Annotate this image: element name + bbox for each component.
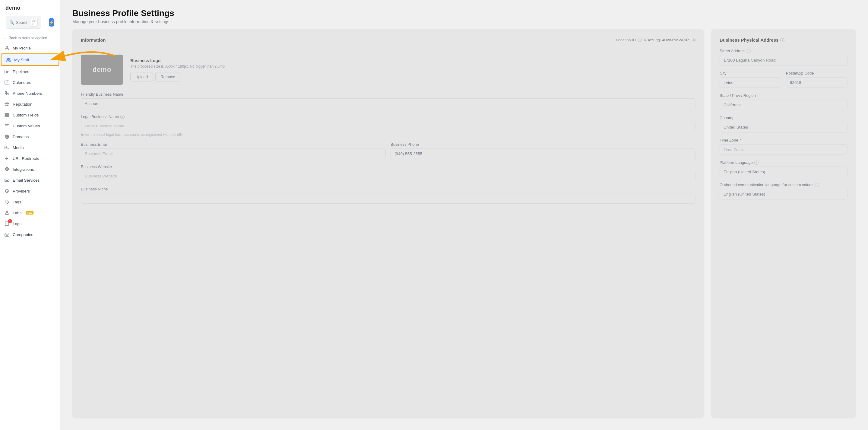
city-input[interactable] bbox=[720, 77, 781, 88]
state-input[interactable] bbox=[720, 99, 847, 110]
overlay bbox=[72, 29, 704, 418]
tag-icon bbox=[4, 199, 10, 205]
country-input[interactable] bbox=[720, 122, 847, 133]
info-section-title: Information bbox=[81, 37, 106, 42]
star-icon bbox=[4, 102, 10, 107]
info-icon-address[interactable]: i bbox=[780, 38, 784, 42]
sidebar-item-labs[interactable]: Labs new bbox=[0, 207, 60, 218]
legal-name-input[interactable] bbox=[81, 121, 695, 131]
zip-input[interactable] bbox=[786, 77, 847, 88]
people-icon bbox=[6, 57, 11, 62]
sidebar-item-my-profile[interactable]: My Profile bbox=[0, 42, 60, 53]
city-group: City bbox=[720, 71, 781, 88]
info-icon-legal[interactable]: i bbox=[120, 115, 125, 119]
redirect-icon bbox=[4, 156, 10, 161]
language-label: Platform Language i bbox=[720, 160, 847, 165]
sidebar-label-url-redirects: URL Redirects bbox=[13, 156, 39, 161]
app-logo: demo bbox=[0, 0, 60, 15]
niche-label: Business Niche bbox=[81, 187, 695, 191]
sidebar-item-custom-fields[interactable]: Custom Fields bbox=[0, 110, 60, 120]
upload-button[interactable]: Upload bbox=[130, 72, 153, 82]
sidebar-item-media[interactable]: Media bbox=[0, 142, 60, 153]
friendly-name-label: Friendly Business Name bbox=[81, 92, 695, 96]
niche-input[interactable] bbox=[81, 193, 695, 204]
website-group: Business Website bbox=[81, 165, 695, 181]
timezone-input[interactable] bbox=[720, 144, 847, 155]
friendly-name-input[interactable] bbox=[81, 98, 695, 109]
zip-label: Postal/Zip Code bbox=[786, 71, 847, 76]
svg-point-2 bbox=[9, 58, 10, 59]
phone-label: Business Phone bbox=[391, 142, 695, 147]
logo-section: demo Business Logo The proposed size is … bbox=[81, 55, 695, 85]
logo-info: Business Logo The proposed size is 350px… bbox=[130, 58, 225, 82]
puzzle-icon bbox=[4, 167, 10, 172]
sidebar-label-domains: Domains bbox=[13, 135, 29, 139]
company-icon bbox=[4, 232, 10, 237]
sidebar-item-custom-values[interactable]: Custom Values bbox=[0, 120, 60, 131]
email-input[interactable] bbox=[81, 148, 386, 159]
street-group: Street Address i bbox=[720, 49, 847, 65]
sidebar-label-my-profile: My Profile bbox=[13, 46, 31, 50]
email-label: Business Email bbox=[81, 142, 386, 147]
sidebar-label-pipelines: Pipelines bbox=[13, 69, 29, 74]
sidebar-item-domains[interactable]: Domains bbox=[0, 131, 60, 142]
sidebar-item-pipelines[interactable]: Pipelines bbox=[0, 66, 60, 77]
logo-preview: demo bbox=[81, 55, 123, 85]
outbound-language-group: Outbound communication language for cust… bbox=[720, 182, 847, 199]
sidebar-item-calendars[interactable]: Calendars bbox=[0, 77, 60, 88]
sidebar-item-tags[interactable]: Tags bbox=[0, 196, 60, 207]
svg-rect-13 bbox=[5, 179, 9, 182]
svg-point-12 bbox=[6, 147, 7, 148]
svg-point-0 bbox=[6, 46, 8, 48]
sidebar-item-email-services[interactable]: Email Services bbox=[0, 175, 60, 185]
svg-rect-7 bbox=[5, 113, 9, 114]
sidebar-item-reputation[interactable]: Reputation bbox=[0, 99, 60, 110]
svg-point-15 bbox=[6, 201, 6, 201]
provider-icon bbox=[4, 188, 10, 194]
email-icon bbox=[4, 177, 10, 183]
outbound-language-input[interactable] bbox=[720, 189, 847, 199]
labs-new-badge: new bbox=[26, 211, 33, 214]
sidebar-item-logs[interactable]: 1 Logs bbox=[0, 218, 60, 229]
image-icon bbox=[4, 145, 10, 150]
remove-button[interactable]: Remove bbox=[155, 72, 180, 82]
sidebar-item-phone-numbers[interactable]: Phone Numbers bbox=[0, 88, 60, 99]
info-icon-language[interactable]: i bbox=[754, 161, 758, 165]
sidebar-item-providers[interactable]: Providers bbox=[0, 185, 60, 196]
info-icon-street[interactable]: i bbox=[747, 49, 751, 53]
back-navigation[interactable]: ← Back to main navigation bbox=[0, 33, 60, 42]
phone-input[interactable] bbox=[391, 148, 695, 159]
sidebar-item-url-redirects[interactable]: URL Redirects bbox=[0, 153, 60, 164]
search-icon: 🔍 bbox=[9, 20, 14, 25]
phone-icon bbox=[4, 90, 10, 96]
svg-rect-6 bbox=[5, 81, 9, 84]
sidebar-label-companies: Companies bbox=[13, 232, 33, 237]
legal-name-hint: Enter the exact legal business name, as … bbox=[81, 133, 695, 137]
search-bar[interactable]: 🔍 Search ctrl K bbox=[6, 16, 41, 29]
language-input[interactable] bbox=[720, 167, 847, 177]
sidebar-label-logs: Logs bbox=[13, 222, 22, 226]
lightning-button[interactable]: ⚡ bbox=[49, 18, 54, 27]
info-icon-outbound[interactable]: i bbox=[815, 183, 819, 187]
copy-icon[interactable]: ⧉ bbox=[693, 37, 695, 42]
calendar-icon bbox=[4, 80, 10, 85]
location-id-label: Location ID bbox=[616, 38, 636, 42]
sidebar-item-integrations[interactable]: Integrations bbox=[0, 164, 60, 175]
info-icon-location[interactable]: i bbox=[638, 38, 642, 42]
sidebar-label-providers: Providers bbox=[13, 189, 30, 194]
street-input[interactable] bbox=[720, 55, 847, 65]
pipeline-icon bbox=[4, 69, 10, 74]
country-label: Country bbox=[720, 116, 847, 120]
city-label: City bbox=[720, 71, 781, 76]
sidebar-label-tags: Tags bbox=[13, 200, 22, 204]
sidebar-item-companies[interactable]: Companies bbox=[0, 229, 60, 240]
state-label: State / Prov / Region bbox=[720, 93, 847, 98]
address-card: Business Physical Address i Street Addre… bbox=[711, 29, 856, 418]
legal-name-group: Legal Business Name i Enter the exact le… bbox=[81, 114, 695, 137]
zip-group: Postal/Zip Code bbox=[786, 71, 847, 88]
city-zip-row: City Postal/Zip Code bbox=[720, 71, 847, 93]
logo-title: Business Logo bbox=[130, 58, 225, 63]
globe-icon bbox=[4, 134, 10, 139]
website-input[interactable] bbox=[81, 171, 695, 181]
sidebar-item-my-staff[interactable]: My Staff bbox=[1, 53, 59, 66]
